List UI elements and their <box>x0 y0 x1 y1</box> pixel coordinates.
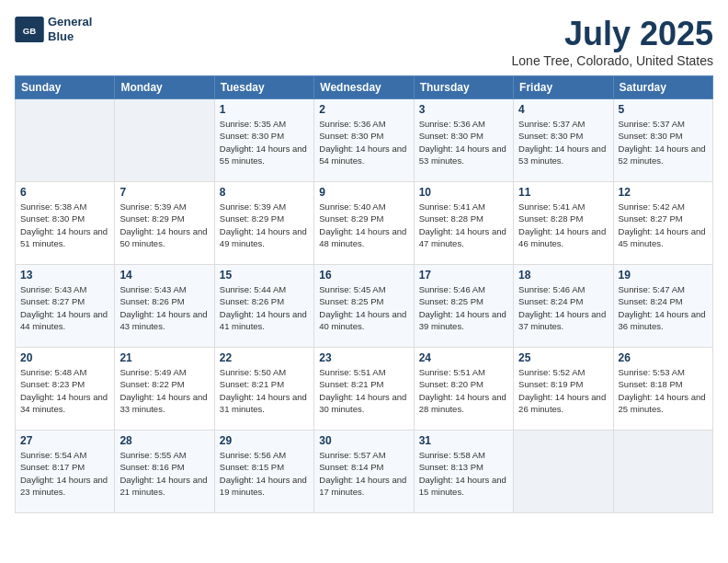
weekday-header-saturday: Saturday <box>613 76 712 99</box>
day-number: 30 <box>319 434 408 447</box>
calendar-week-row: 1Sunrise: 5:35 AM Sunset: 8:30 PM Daylig… <box>16 99 713 182</box>
calendar-table: SundayMondayTuesdayWednesdayThursdayFrid… <box>15 75 713 513</box>
calendar-cell: 15Sunrise: 5:44 AM Sunset: 8:26 PM Dayli… <box>214 265 313 348</box>
cell-content: Sunrise: 5:39 AM Sunset: 8:29 PM Dayligh… <box>220 201 309 249</box>
calendar-cell <box>16 99 115 182</box>
cell-content: Sunrise: 5:43 AM Sunset: 8:27 PM Dayligh… <box>20 283 109 332</box>
logo-text: General Blue <box>48 15 92 43</box>
calendar-cell: 6Sunrise: 5:38 AM Sunset: 8:30 PM Daylig… <box>16 182 115 265</box>
calendar-cell: 25Sunrise: 5:52 AM Sunset: 8:19 PM Dayli… <box>514 348 613 431</box>
logo: GB General Blue <box>15 15 92 43</box>
calendar-cell: 24Sunrise: 5:51 AM Sunset: 8:20 PM Dayli… <box>414 348 513 431</box>
calendar-week-row: 27Sunrise: 5:54 AM Sunset: 8:17 PM Dayli… <box>16 431 713 513</box>
cell-content: Sunrise: 5:51 AM Sunset: 8:20 PM Dayligh… <box>419 366 508 415</box>
cell-content: Sunrise: 5:55 AM Sunset: 8:16 PM Dayligh… <box>119 449 209 498</box>
day-number: 17 <box>419 269 508 282</box>
cell-content: Sunrise: 5:53 AM Sunset: 8:18 PM Dayligh… <box>619 366 708 415</box>
calendar-cell: 12Sunrise: 5:42 AM Sunset: 8:27 PM Dayli… <box>613 182 712 265</box>
day-number: 11 <box>518 186 608 199</box>
calendar-cell: 9Sunrise: 5:40 AM Sunset: 8:29 PM Daylig… <box>314 182 414 265</box>
calendar-cell: 19Sunrise: 5:47 AM Sunset: 8:24 PM Dayli… <box>613 265 712 348</box>
month-title: July 2025 <box>512 15 713 53</box>
calendar-cell: 31Sunrise: 5:58 AM Sunset: 8:13 PM Dayli… <box>414 431 513 513</box>
cell-content: Sunrise: 5:46 AM Sunset: 8:25 PM Dayligh… <box>419 283 508 332</box>
cell-content: Sunrise: 5:52 AM Sunset: 8:19 PM Dayligh… <box>518 366 608 415</box>
day-number: 22 <box>220 351 309 364</box>
cell-content: Sunrise: 5:57 AM Sunset: 8:14 PM Dayligh… <box>319 449 408 498</box>
day-number: 7 <box>119 186 209 199</box>
day-number: 6 <box>20 186 109 199</box>
calendar-cell: 5Sunrise: 5:37 AM Sunset: 8:30 PM Daylig… <box>613 99 712 182</box>
calendar-week-row: 6Sunrise: 5:38 AM Sunset: 8:30 PM Daylig… <box>16 182 713 265</box>
calendar-cell: 21Sunrise: 5:49 AM Sunset: 8:22 PM Dayli… <box>115 348 214 431</box>
day-number: 12 <box>619 186 708 199</box>
day-number: 13 <box>20 269 109 282</box>
cell-content: Sunrise: 5:39 AM Sunset: 8:29 PM Dayligh… <box>119 201 209 249</box>
calendar-cell: 28Sunrise: 5:55 AM Sunset: 8:16 PM Dayli… <box>115 431 214 513</box>
day-number: 2 <box>319 103 408 116</box>
calendar-cell: 17Sunrise: 5:46 AM Sunset: 8:25 PM Dayli… <box>414 265 513 348</box>
cell-content: Sunrise: 5:36 AM Sunset: 8:30 PM Dayligh… <box>419 118 508 167</box>
calendar-cell: 27Sunrise: 5:54 AM Sunset: 8:17 PM Dayli… <box>16 431 115 513</box>
cell-content: Sunrise: 5:49 AM Sunset: 8:22 PM Dayligh… <box>119 366 209 415</box>
day-number: 25 <box>518 351 608 364</box>
cell-content: Sunrise: 5:51 AM Sunset: 8:21 PM Dayligh… <box>319 366 408 415</box>
day-number: 31 <box>419 434 508 447</box>
logo-icon: GB <box>15 17 44 42</box>
day-number: 18 <box>518 269 608 282</box>
day-number: 26 <box>619 351 708 364</box>
weekday-header-row: SundayMondayTuesdayWednesdayThursdayFrid… <box>16 76 713 99</box>
calendar-cell: 14Sunrise: 5:43 AM Sunset: 8:26 PM Dayli… <box>115 265 214 348</box>
calendar-cell: 29Sunrise: 5:56 AM Sunset: 8:15 PM Dayli… <box>214 431 313 513</box>
cell-content: Sunrise: 5:58 AM Sunset: 8:13 PM Dayligh… <box>419 449 508 498</box>
cell-content: Sunrise: 5:41 AM Sunset: 8:28 PM Dayligh… <box>419 201 508 249</box>
calendar-week-row: 20Sunrise: 5:48 AM Sunset: 8:23 PM Dayli… <box>16 348 713 431</box>
day-number: 19 <box>619 269 708 282</box>
calendar-cell: 23Sunrise: 5:51 AM Sunset: 8:21 PM Dayli… <box>314 348 414 431</box>
cell-content: Sunrise: 5:46 AM Sunset: 8:24 PM Dayligh… <box>518 283 608 332</box>
cell-content: Sunrise: 5:38 AM Sunset: 8:30 PM Dayligh… <box>20 201 109 249</box>
day-number: 1 <box>220 103 309 116</box>
day-number: 29 <box>220 434 309 447</box>
weekday-header-friday: Friday <box>514 76 613 99</box>
day-number: 3 <box>419 103 508 116</box>
calendar-cell: 7Sunrise: 5:39 AM Sunset: 8:29 PM Daylig… <box>115 182 214 265</box>
svg-text:GB: GB <box>23 26 36 36</box>
day-number: 10 <box>419 186 508 199</box>
location: Lone Tree, Colorado, United States <box>512 53 713 68</box>
cell-content: Sunrise: 5:40 AM Sunset: 8:29 PM Dayligh… <box>319 201 408 249</box>
calendar-cell: 13Sunrise: 5:43 AM Sunset: 8:27 PM Dayli… <box>16 265 115 348</box>
cell-content: Sunrise: 5:47 AM Sunset: 8:24 PM Dayligh… <box>619 283 708 332</box>
calendar-cell: 10Sunrise: 5:41 AM Sunset: 8:28 PM Dayli… <box>414 182 513 265</box>
day-number: 27 <box>20 434 109 447</box>
page-header: GB General Blue July 2025 Lone Tree, Col… <box>15 15 713 68</box>
cell-content: Sunrise: 5:54 AM Sunset: 8:17 PM Dayligh… <box>20 449 109 498</box>
calendar-cell: 16Sunrise: 5:45 AM Sunset: 8:25 PM Dayli… <box>314 265 414 348</box>
cell-content: Sunrise: 5:43 AM Sunset: 8:26 PM Dayligh… <box>119 283 209 332</box>
calendar-cell: 3Sunrise: 5:36 AM Sunset: 8:30 PM Daylig… <box>414 99 513 182</box>
cell-content: Sunrise: 5:37 AM Sunset: 8:30 PM Dayligh… <box>619 118 708 167</box>
day-number: 23 <box>319 351 408 364</box>
day-number: 16 <box>319 269 408 282</box>
cell-content: Sunrise: 5:42 AM Sunset: 8:27 PM Dayligh… <box>619 201 708 249</box>
weekday-header-thursday: Thursday <box>414 76 513 99</box>
day-number: 4 <box>518 103 608 116</box>
weekday-header-wednesday: Wednesday <box>314 76 414 99</box>
day-number: 21 <box>119 351 209 364</box>
calendar-cell: 11Sunrise: 5:41 AM Sunset: 8:28 PM Dayli… <box>514 182 613 265</box>
calendar-cell <box>613 431 712 513</box>
day-number: 20 <box>20 351 109 364</box>
cell-content: Sunrise: 5:44 AM Sunset: 8:26 PM Dayligh… <box>220 283 309 332</box>
cell-content: Sunrise: 5:41 AM Sunset: 8:28 PM Dayligh… <box>518 201 608 249</box>
calendar-cell: 30Sunrise: 5:57 AM Sunset: 8:14 PM Dayli… <box>314 431 414 513</box>
cell-content: Sunrise: 5:48 AM Sunset: 8:23 PM Dayligh… <box>20 366 109 415</box>
title-section: July 2025 Lone Tree, Colorado, United St… <box>512 15 713 68</box>
calendar-cell: 1Sunrise: 5:35 AM Sunset: 8:30 PM Daylig… <box>214 99 313 182</box>
day-number: 28 <box>119 434 209 447</box>
calendar-week-row: 13Sunrise: 5:43 AM Sunset: 8:27 PM Dayli… <box>16 265 713 348</box>
calendar-cell: 2Sunrise: 5:36 AM Sunset: 8:30 PM Daylig… <box>314 99 414 182</box>
day-number: 8 <box>220 186 309 199</box>
weekday-header-tuesday: Tuesday <box>214 76 313 99</box>
calendar-cell: 8Sunrise: 5:39 AM Sunset: 8:29 PM Daylig… <box>214 182 313 265</box>
calendar-cell: 20Sunrise: 5:48 AM Sunset: 8:23 PM Dayli… <box>16 348 115 431</box>
